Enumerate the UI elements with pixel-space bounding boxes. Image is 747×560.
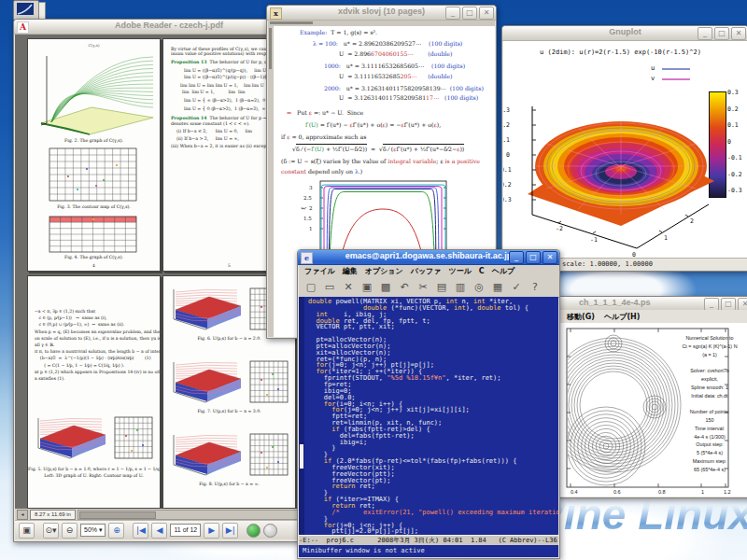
gnuplot-title-bar[interactable]: Gnuplot _ □ ✕	[502, 26, 747, 41]
h-scroll-track[interactable]	[78, 510, 308, 520]
text-line: c ∈ (0,p) ∪ (p⁄(p−1), ∞) ⇒ same as (ii).	[35, 321, 157, 328]
y-axis-tick: 1.5	[303, 216, 312, 221]
monitor-panel	[38, 2, 46, 21]
menu-item[interactable]: バッファ	[411, 266, 442, 276]
minimize-button[interactable]: _	[704, 298, 719, 311]
text-line: 2000: u* = 3.12631401175820958139⋯ (100 …	[281, 85, 493, 92]
menu-item[interactable]: 移動(G)	[567, 312, 595, 322]
monitor-icon	[13, 0, 39, 21]
menu-item[interactable]: ファイル	[304, 266, 335, 276]
fig7-caption: Fig. 7. U(p,s) for b − a = 3.0.	[163, 409, 295, 413]
minimize-button[interactable]: _	[698, 27, 712, 40]
maximize-button[interactable]: □	[526, 251, 541, 264]
horizontal-scrollbar-row[interactable]: ◂ 8.27 x 11.69 in ▸	[15, 509, 323, 520]
undo-icon[interactable]: ↶	[397, 280, 412, 295]
text-line: at p ∈ (1,2) which appears in Propositio…	[35, 369, 157, 375]
spell-check-icon[interactable]: ✓	[509, 280, 524, 295]
code-text: double powell(MATRIX xi, VECTOR p, int n…	[308, 299, 558, 535]
print-icon[interactable]: ▦	[490, 280, 505, 295]
save-as-icon[interactable]: ▩	[378, 280, 393, 295]
text-line: When p = q, (E) becomes an eigenvalue pr…	[35, 329, 157, 335]
emacs-window: e emacs@apri1.dogawa.se.shibaura-it.ac.j…	[297, 249, 560, 559]
menu-item[interactable]: C	[479, 267, 485, 275]
zoom-out-button[interactable]: ⊖	[62, 523, 78, 539]
text-line: −a < π, ∃p ∈ (1,2) such that	[35, 308, 157, 315]
open-folder-icon[interactable]: ▭	[322, 280, 337, 295]
close-button[interactable]: ✕	[738, 298, 747, 311]
emacs-title-bar[interactable]: e emacs@apri1.dogawa.se.shibaura-it.ac.j…	[298, 250, 559, 265]
minimize-button[interactable]: _	[445, 7, 460, 20]
maximize-button[interactable]: □	[462, 7, 477, 20]
colorbar-tick: -0.2	[727, 171, 742, 178]
text-line: if ε ≈ 0, approximate such as	[281, 133, 493, 141]
previous-view-button[interactable]	[263, 524, 277, 538]
desktop: Vine Linux A Adobe Reader - czech-j.pdf …	[0, 0, 747, 560]
copy-icon[interactable]: ▤	[434, 280, 449, 295]
menu-item[interactable]: ヘルプ	[492, 266, 515, 276]
colorbar-tick: -0.1	[727, 154, 742, 161]
first-page-button[interactable]: |◀	[133, 523, 148, 539]
info-line: 65 (65*4e-4 s)	[671, 466, 747, 474]
help-icon[interactable]: ?	[528, 280, 543, 295]
pdf-page-3: −a < π, ∃p ∈ (1,2) such that c ∈ (p, p⁄(…	[27, 275, 161, 509]
menu-item[interactable]: オプション	[365, 266, 403, 276]
menu-item[interactable]: ヘルプ(H)	[604, 312, 641, 322]
next-view-button[interactable]	[247, 524, 261, 538]
ps-page[interactable]: Numerical Solution toCt = sgn(a) K |K|^(…	[559, 323, 747, 497]
code-line: /* exitError(21, "powell() exceeding max…	[308, 510, 558, 516]
last-page-button[interactable]: ▶|	[222, 523, 238, 539]
page-indicator-field[interactable]: 11 of 12	[170, 524, 201, 537]
colorbar-tick: 0.3	[727, 89, 739, 96]
search-icon[interactable]: ◎	[472, 280, 486, 295]
minimize-button[interactable]: _	[509, 251, 524, 264]
y-axis-tick: 1	[309, 226, 313, 231]
text-line: c ∈ (p, p⁄(p−1)) ⇒ same as (i),	[35, 315, 157, 321]
scroll-left-icon[interactable]: ◂	[17, 510, 28, 520]
contour-grid-figure	[49, 147, 137, 202]
x-axis-tick: 1	[701, 489, 704, 495]
maximize-button[interactable]: □	[714, 27, 729, 40]
z-axis-tick: 0	[503, 151, 510, 159]
next-page-button[interactable]: ▶	[204, 523, 219, 539]
h-scroll-thumb[interactable]	[270, 21, 313, 24]
close-button[interactable]: ✕	[731, 27, 746, 40]
v-scroll-thumb[interactable]	[269, 28, 272, 69]
cut-icon[interactable]: ✂	[416, 280, 430, 295]
gnuplot-canvas[interactable]: u (2dim): u(r)=2(r-1.5) exp(-10(r-1.5)^2…	[503, 41, 747, 258]
scale-readout: scale: 1.00000, 1.00000	[562, 260, 653, 268]
single-page-view-button[interactable]: ▣	[19, 523, 35, 539]
text-line: it π, to have a nontrivial solution, the…	[35, 348, 157, 355]
info-line: (a = 1)	[671, 351, 747, 359]
fig4-caption: Fig. 4. The graph of C(γ,s).	[28, 255, 160, 259]
fig2-caption: Fig. 2. The graph of C(γ,s).	[28, 138, 160, 143]
new-file-icon[interactable]: ▢	[303, 280, 318, 295]
emacs-scrollbar[interactable]	[299, 297, 304, 535]
menu-item[interactable]: 編集	[343, 266, 358, 276]
code-line: ibig=i;	[308, 440, 558, 446]
fig5-caption: Fig. 5. U(p,s) for b − a = 1.0, where r …	[28, 467, 160, 471]
close-button[interactable]: ✕	[543, 251, 557, 264]
close-button[interactable]: ✕	[479, 7, 494, 20]
scroll-thumb[interactable]	[300, 444, 303, 469]
z-axis-tick: 0.1	[503, 136, 510, 144]
zoom-in-button[interactable]: ⊕	[108, 523, 124, 539]
save-icon[interactable]: ▣	[359, 280, 374, 295]
text-line: U = 2.8966704060155⋯ (double)	[281, 50, 493, 58]
info-line: Solver: cvshort7b	[671, 367, 747, 375]
previous-page-button[interactable]: ◀	[151, 523, 167, 539]
gnuplot-window: Gnuplot _ □ ✕ u (2dim): u(r)=2(r-1.5) ex…	[501, 25, 747, 272]
info-line: Initial data: ch.dt	[671, 392, 747, 400]
zoom-tool-button[interactable]: ⊙▾	[43, 523, 59, 539]
emacs-buffer[interactable]: double powell(MATRIX xi, VECTOR p, int n…	[299, 297, 558, 535]
zoom-level-select[interactable]: 50% ▾	[80, 524, 106, 537]
maximize-button[interactable]: □	[721, 298, 736, 311]
text-line: all γ ∈ ℝ.	[35, 342, 157, 348]
close-x-icon[interactable]: ✕	[341, 280, 356, 295]
text-line: (δ := U − s(ξ) varies by the value of in…	[281, 158, 493, 165]
h-scroll-thumb[interactable]	[79, 511, 156, 519]
paste-icon[interactable]: ▥	[453, 280, 468, 295]
menu-item[interactable]: ツール	[448, 266, 471, 276]
page3-text: −a < π, ∃p ∈ (1,2) such that c ∈ (p, p⁄(…	[35, 308, 157, 382]
text-line: U = 3.11116532685205⋯ (double)	[281, 73, 493, 80]
xdvi-title-bar[interactable]: x xdvik slovj (10 pages) _ □ ✕	[267, 6, 496, 21]
